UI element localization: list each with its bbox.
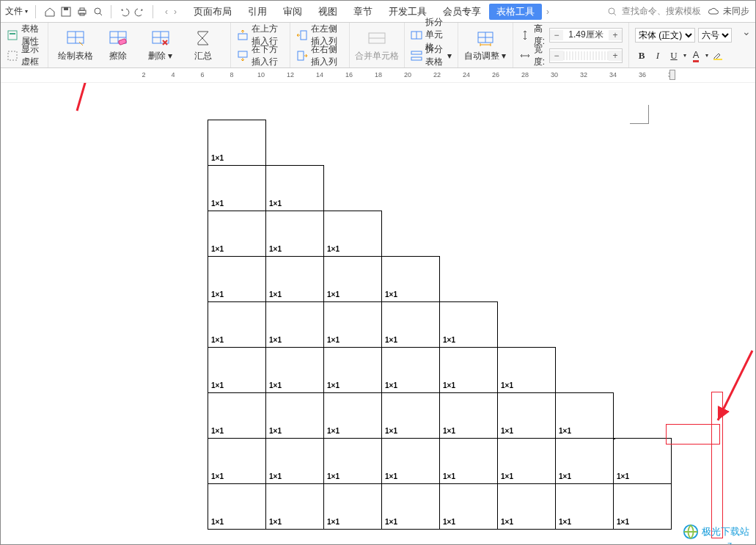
plus-icon[interactable]: + xyxy=(609,51,622,61)
table-cell[interactable]: 1×1 xyxy=(382,484,440,530)
print-icon[interactable] xyxy=(76,5,89,18)
table-cell[interactable]: 1×1 xyxy=(382,348,440,393)
group-split: 拆分单元格 拆分表格 ▾ xyxy=(405,23,458,67)
insert-row-above-button[interactable]: 在上方插入行 xyxy=(237,26,284,45)
trailing-cell[interactable] xyxy=(614,438,615,439)
ribbon-overflow-icon[interactable]: ⌄ xyxy=(738,26,755,37)
table-cell[interactable]: 1×1 xyxy=(614,439,672,484)
autofit-button[interactable]: 自动调整 ▾ xyxy=(464,24,507,67)
sync-status[interactable]: 未同步 xyxy=(707,5,749,18)
height-stepper[interactable]: − 1.49厘米 + xyxy=(549,28,623,43)
table-cell[interactable]: 1×1 xyxy=(382,439,440,484)
table-cell[interactable]: 1×1 xyxy=(208,484,266,530)
table-cell[interactable]: 1×1 xyxy=(208,393,266,439)
font-family-select[interactable]: 宋体 (正文) xyxy=(635,28,695,43)
table-cell[interactable]: 1×1 xyxy=(556,439,614,484)
table-cell[interactable]: 1×1 xyxy=(208,439,266,484)
italic-button[interactable]: I xyxy=(651,49,664,62)
font-color-button[interactable]: A xyxy=(689,49,702,62)
underline-button[interactable]: U xyxy=(667,49,680,62)
file-menu[interactable]: 文件 ▾ xyxy=(1,1,32,22)
tab-table-tools[interactable]: 表格工具 xyxy=(489,4,542,20)
tab-scroll-left-icon[interactable]: ‹ xyxy=(161,7,172,17)
split-cell-button[interactable]: 拆分单元格 xyxy=(411,26,452,45)
sum-button[interactable]: 汇总 xyxy=(182,24,224,67)
table-cell[interactable]: 1×1 xyxy=(324,257,382,302)
table-cell[interactable]: 1×1 xyxy=(324,302,382,348)
table-cell[interactable]: 1×1 xyxy=(266,439,324,484)
table-cell[interactable]: 1×1 xyxy=(614,484,672,530)
table-cell[interactable]: 1×1 xyxy=(324,393,382,439)
table-cell[interactable]: 1×1 xyxy=(440,348,498,393)
tab-overflow-icon[interactable]: › xyxy=(542,7,554,17)
ruler[interactable]: 2468101214161820222426283032343638 xyxy=(1,68,755,83)
tab-view[interactable]: 视图 xyxy=(310,1,345,23)
table-cell[interactable]: 1×1 xyxy=(440,302,498,348)
table-cell[interactable]: 1×1 xyxy=(382,393,440,439)
table-cell[interactable]: 1×1 xyxy=(556,484,614,530)
table-cell[interactable]: 1×1 xyxy=(440,484,498,530)
table-cell[interactable]: 1×1 xyxy=(324,348,382,393)
tab-chapter[interactable]: 章节 xyxy=(345,1,381,23)
separator xyxy=(35,5,36,18)
table-cell[interactable]: 1×1 xyxy=(498,484,556,530)
step-table[interactable]: 1×11×11×11×11×11×11×11×11×11×11×11×11×11… xyxy=(208,120,672,530)
table-cell[interactable]: 1×1 xyxy=(208,211,266,257)
svg-line-26 xyxy=(718,351,752,420)
table-cell[interactable]: 1×1 xyxy=(440,393,498,439)
table-cell[interactable]: 1×1 xyxy=(208,166,266,211)
table-cell[interactable]: 1×1 xyxy=(266,393,324,439)
home-icon[interactable] xyxy=(43,5,56,18)
table-cell[interactable]: 1×1 xyxy=(266,257,324,302)
show-gridlines-button[interactable]: 显示虚框 xyxy=(7,46,42,65)
split-table-button[interactable]: 拆分表格 ▾ xyxy=(411,46,452,65)
bold-button[interactable]: B xyxy=(635,49,648,62)
minus-icon[interactable]: − xyxy=(550,51,563,61)
table-cell[interactable]: 1×1 xyxy=(498,439,556,484)
table-cell[interactable]: 1×1 xyxy=(556,393,614,439)
delete-button[interactable]: 删除 ▾ xyxy=(139,24,182,67)
tab-page-layout[interactable]: 页面布局 xyxy=(186,1,240,23)
table-cell[interactable]: 1×1 xyxy=(208,257,266,302)
tab-scroll-right-icon[interactable]: › xyxy=(172,7,178,17)
redo-icon[interactable] xyxy=(133,5,147,18)
width-stepper[interactable]: − + xyxy=(549,48,623,63)
insert-col-right-button[interactable]: 在右侧插入列 xyxy=(296,46,343,65)
plus-icon[interactable]: + xyxy=(609,30,622,40)
table-cell[interactable]: 1×1 xyxy=(266,166,324,211)
document-canvas[interactable]: 1×11×11×11×11×11×11×11×11×11×11×11×11×11… xyxy=(1,83,755,544)
erase-button[interactable]: 擦除 xyxy=(97,24,139,67)
table-cell[interactable]: 1×1 xyxy=(382,257,440,302)
font-size-select[interactable]: 六号 xyxy=(698,28,732,43)
minus-icon[interactable]: − xyxy=(550,30,563,40)
tab-references[interactable]: 引用 xyxy=(240,1,275,23)
table-cell[interactable]: 1×1 xyxy=(266,211,324,257)
table-cell[interactable]: 1×1 xyxy=(266,302,324,348)
merge-cells-button[interactable]: 合并单元格 xyxy=(356,24,398,67)
undo-icon[interactable] xyxy=(117,5,131,18)
table-cell[interactable]: 1×1 xyxy=(324,484,382,530)
highlight-button[interactable] xyxy=(711,49,724,62)
table-cell[interactable]: 1×1 xyxy=(208,120,266,166)
save-icon[interactable] xyxy=(59,5,73,18)
table-cell[interactable]: 1×1 xyxy=(208,302,266,348)
tab-review[interactable]: 审阅 xyxy=(275,1,310,23)
ruler-marker[interactable] xyxy=(669,70,675,80)
table-properties-button[interactable]: 表格属性 xyxy=(7,26,42,45)
draw-table-button[interactable]: 绘制表格 xyxy=(54,24,97,67)
table-cell[interactable]: 1×1 xyxy=(382,302,440,348)
table-cell[interactable]: 1×1 xyxy=(498,393,556,439)
table-cell[interactable]: 1×1 xyxy=(208,348,266,393)
preview-icon[interactable] xyxy=(92,5,105,18)
table-cell[interactable]: 1×1 xyxy=(498,348,556,393)
table-cell[interactable]: 1×1 xyxy=(266,484,324,530)
search-box[interactable]: 查找命令、搜索模板 xyxy=(606,5,701,18)
table-cell[interactable]: 1×1 xyxy=(266,348,324,393)
table-cell[interactable]: 1×1 xyxy=(440,439,498,484)
dropdown-icon[interactable]: ▾ xyxy=(705,52,708,59)
table-cell[interactable]: 1×1 xyxy=(324,211,382,257)
table-cell[interactable]: 1×1 xyxy=(324,439,382,484)
insert-row-below-button[interactable]: 在下方插入行 xyxy=(237,46,284,65)
dropdown-icon[interactable]: ▾ xyxy=(683,52,686,59)
insert-col-left-button[interactable]: 在左侧插入列 xyxy=(296,26,343,45)
